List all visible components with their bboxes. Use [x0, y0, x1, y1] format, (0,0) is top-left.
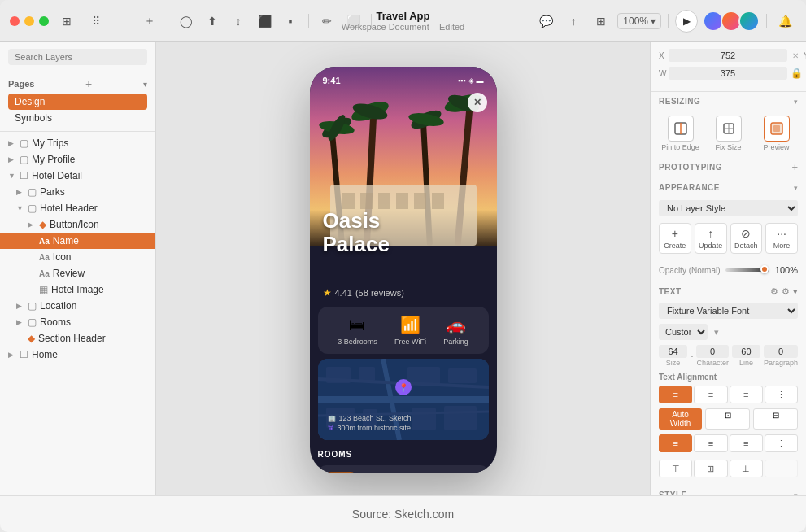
layer-section-header[interactable]: ◆ Section Header [0, 330, 155, 347]
chevron-right-icon: ▶ [8, 351, 16, 359]
page-design[interactable]: Design [8, 94, 147, 110]
fullscreen-button[interactable] [39, 16, 49, 26]
font-weight-select[interactable]: Custom [659, 324, 708, 340]
text-top-icon[interactable]: ⊤ [659, 460, 692, 477]
fix-size-option[interactable]: Fix Size [707, 116, 750, 151]
lock-icon[interactable]: 🔒 [791, 68, 803, 79]
library-icon[interactable]: ⊞ [55, 10, 78, 33]
opacity-thumb[interactable] [760, 265, 769, 273]
more-button[interactable]: ··· More [765, 223, 798, 254]
text-middle-icon[interactable]: ⊞ [694, 460, 727, 477]
chevron-right-icon: ▶ [16, 318, 24, 326]
opacity-value: 100% [773, 265, 798, 275]
boolean-subtract-icon[interactable]: ▪ [279, 10, 302, 33]
valign-justify-button[interactable]: ⋮ [765, 434, 798, 452]
pages-chevron-icon[interactable]: ▾ [143, 80, 147, 89]
doc-title: Travel App Workspace Document – Edited [342, 10, 464, 32]
layer-icon-item[interactable]: Aa Icon [0, 249, 155, 265]
layer-my-profile[interactable]: ▶ ▢ My Profile [0, 151, 155, 168]
add-page-icon[interactable]: + [85, 77, 92, 90]
map-pin: 📍 [395, 379, 412, 395]
text-settings-icon[interactable]: ⚙ [770, 286, 778, 297]
transform-icon[interactable]: ↕ [227, 10, 250, 33]
pin-to-edge-option[interactable]: Pin to Edge [659, 116, 702, 151]
valign-right-button[interactable]: ≡ [730, 434, 763, 452]
auto-height-button[interactable]: ⊟ [753, 408, 798, 430]
align-right-button[interactable]: ≡ [730, 386, 763, 403]
pen-icon[interactable]: ✏ [316, 10, 338, 33]
add-prototype-icon[interactable]: + [791, 161, 798, 173]
canvas-area[interactable]: 9:41 ▪▪▪ ◈ ▬ ✕ OasisPalace [156, 42, 650, 495]
text-title: TEXT [659, 287, 682, 296]
x-input[interactable] [669, 49, 787, 62]
layer-hotel-detail[interactable]: ▼ ☐ Hotel Detail [0, 168, 155, 184]
add-button[interactable]: ＋ [138, 10, 161, 33]
close-button[interactable] [10, 16, 20, 26]
title-bar: ⊞ ⠿ ＋ ◯ ⬆ ↕ ⬛ ▪ ✏ ⬜ Travel App Workspace… [0, 0, 806, 42]
layer-name[interactable]: Aa Name [0, 233, 155, 249]
resizing-header[interactable]: RESIZING ▾ [651, 92, 806, 111]
hotel-content[interactable]: ★ 4.41 (58 reviews) 🛏 3 Bedrooms 📶 Free … [310, 282, 497, 473]
source-footer: Source: Sketch.com [0, 495, 806, 532]
upload-icon[interactable]: ⬆ [201, 10, 224, 33]
style-header[interactable]: STYLE ▾ [651, 486, 806, 495]
comments-icon[interactable]: 💬 [534, 10, 557, 33]
x-icon: ✕ [791, 51, 800, 60]
toolbar: ＋ ◯ ⬆ ↕ ⬛ ▪ ✏ ⬜ [138, 10, 375, 33]
align-justify-button[interactable]: ⋮ [765, 386, 798, 403]
align-left-button[interactable]: ≡ [659, 386, 692, 403]
detach-button[interactable]: ⊘ Detach [730, 223, 763, 254]
text-chevron-icon[interactable]: ▾ [793, 286, 798, 297]
valign-left-button[interactable]: ≡ [659, 434, 692, 452]
minimize-button[interactable] [24, 16, 34, 26]
layer-my-trips[interactable]: ▶ ▢ My Trips [0, 135, 155, 151]
search-input[interactable] [8, 49, 147, 65]
opacity-slider[interactable] [725, 268, 769, 272]
layer-rooms[interactable]: ▶ ▢ Rooms [0, 314, 155, 330]
prototyping-header[interactable]: PROTOTYPING + [651, 156, 806, 178]
create-button[interactable]: + Create [659, 223, 691, 254]
update-button[interactable]: ↑ Update [695, 223, 727, 254]
layer-home[interactable]: ▶ ☐ Home [0, 347, 155, 363]
shape-icon[interactable]: ◯ [175, 10, 198, 33]
paragraph-label: Paragraph [764, 359, 798, 367]
character-input[interactable] [696, 345, 729, 358]
zoom-control[interactable]: 100% ▾ [617, 13, 661, 29]
font-size-input[interactable] [659, 345, 687, 358]
layer-hotel-image[interactable]: ▦ Hotel Image [0, 281, 155, 298]
layer-review[interactable]: Aa Review [0, 265, 155, 281]
close-button[interactable]: ✕ [468, 93, 487, 112]
text-style-icon[interactable]: ⚙ [782, 286, 790, 297]
w-input[interactable] [669, 67, 787, 80]
fixed-size-button[interactable]: ⊡ [705, 408, 750, 430]
page-symbols[interactable]: Symbols [8, 110, 147, 126]
font-family-select[interactable]: Fixture Variable Font [659, 303, 798, 319]
notifications-icon[interactable]: 🔔 [773, 10, 796, 33]
coordinates-section: X ✕ Y ↔ ↕ W [651, 42, 806, 92]
share-icon[interactable]: ↑ [562, 10, 585, 33]
paragraph-input[interactable] [764, 345, 798, 358]
layer-style-select[interactable]: No Layer Style [659, 200, 798, 216]
source-text: Source: Sketch.com [352, 508, 454, 521]
line-label: Line [739, 359, 753, 367]
valign-center-button[interactable]: ≡ [694, 434, 727, 452]
layer-button-icon[interactable]: ▶ ◆ Button/Icon [0, 216, 155, 233]
grid-icon[interactable]: ⠿ [85, 10, 107, 33]
auto-width-button[interactable]: Auto Width [659, 408, 702, 430]
preview-option[interactable]: Preview [755, 116, 798, 151]
align-center-button[interactable]: ≡ [694, 386, 727, 403]
text-bottom-icon[interactable]: ⊥ [730, 460, 763, 477]
text-icon: Aa [39, 253, 50, 262]
appearance-header[interactable]: APPEARANCE ▾ [651, 178, 806, 197]
preview-button[interactable]: ▶ [675, 10, 698, 33]
layer-location[interactable]: ▶ ▢ Location [0, 298, 155, 314]
map-card[interactable]: 📍 🏢 123 Beach St., Sketch 🏛 300m from hi… [318, 359, 489, 440]
components-icon[interactable]: ⊞ [590, 10, 612, 33]
layer-hotel-header[interactable]: ▼ ▢ Hotel Header [0, 200, 155, 216]
boolean-union-icon[interactable]: ⬛ [253, 10, 276, 33]
line-input[interactable] [732, 345, 760, 358]
room-card-master[interactable]: Master Suite €999 €888 › [318, 465, 489, 473]
layer-parks[interactable]: ▶ ▢ Parks [0, 184, 155, 200]
chevron-down-icon: ▼ [8, 172, 16, 180]
text-icon: Aa [39, 269, 50, 278]
